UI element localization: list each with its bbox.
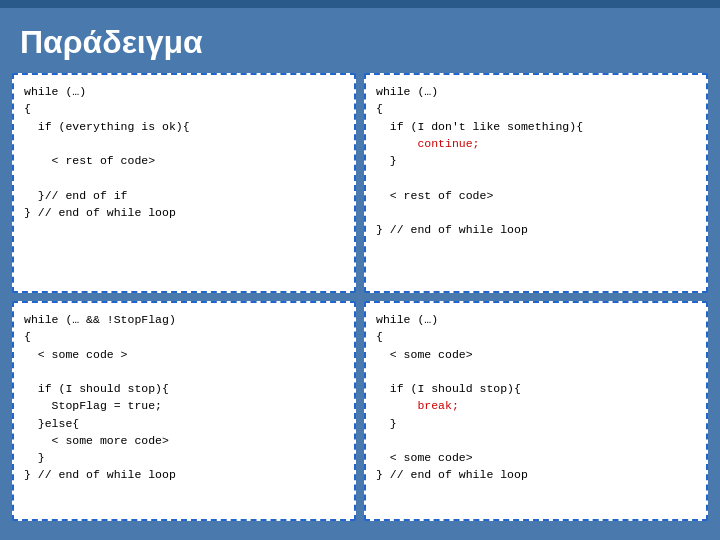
- content-area: while (…){ if (everything is ok){ < rest…: [0, 73, 720, 533]
- page-title: Παράδειγμα: [0, 8, 720, 73]
- code-box-1: while (…){ if (everything is ok){ < rest…: [12, 73, 356, 293]
- code-box-3: while (… && !StopFlag){ < some code > if…: [12, 301, 356, 521]
- code-box-4: while (…){ < some code> if (I should sto…: [364, 301, 708, 521]
- header-bar: [0, 0, 720, 8]
- code-box-2: while (…){ if (I don't like something){ …: [364, 73, 708, 293]
